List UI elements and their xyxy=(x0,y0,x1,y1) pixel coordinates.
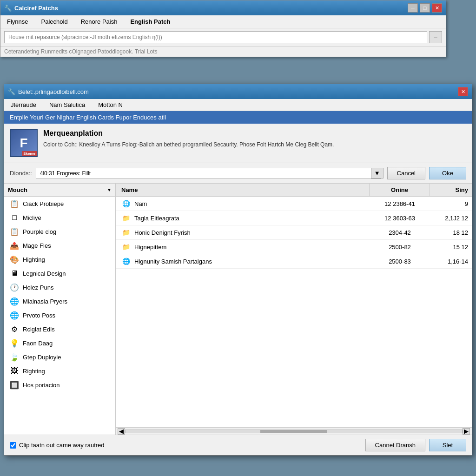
sidebar-item-legnical-label: Legnical Design xyxy=(23,270,66,277)
file-row-siny: 18 12 xyxy=(430,227,472,238)
column-header-onine: Onine xyxy=(370,184,430,196)
file-list-area: Name Onine Siny 🌐 Nam 12 2386-41 9 📁 Tag xyxy=(116,184,472,435)
sidebar-item-ciack-label: Ciack Probiepe xyxy=(23,200,64,207)
file-row-name: 📁 Hignepittem xyxy=(116,240,370,254)
sidebar-item-ciack[interactable]: 📋 Ciack Probiepe xyxy=(4,197,115,211)
scrollbar-track[interactable] xyxy=(125,430,463,433)
sidebar-item-miainasia[interactable]: 🌐 Miainasia Pryers xyxy=(4,294,115,308)
bg-minimize-button[interactable]: ─ xyxy=(408,3,418,13)
fg-close-button[interactable]: ✕ xyxy=(458,87,468,96)
file-row-onine: 2500-82 xyxy=(370,241,430,253)
sidebar-header: Mouch ▼ xyxy=(4,184,115,197)
scroll-left-button[interactable]: ◀ xyxy=(118,428,125,435)
bg-close-button[interactable]: ✕ xyxy=(432,3,442,13)
horizontal-scrollbar[interactable]: ◀ ▶ xyxy=(116,427,472,435)
file-row-siny: 15 12 xyxy=(430,241,472,253)
sidebar: Mouch ▼ 📋 Ciack Probiepe □ Micliye 📋 Pou… xyxy=(4,184,116,435)
table-row[interactable]: 📁 Hignepittem 2500-82 15 12 xyxy=(116,240,472,254)
file-row-onine: 2304-42 xyxy=(370,227,430,238)
dropdown-select[interactable]: 4l0:31 Frogrees: Fillt xyxy=(36,168,381,179)
sidebar-item-ciack-icon: 📋 xyxy=(10,199,19,208)
table-row[interactable]: 🌐 Hignunity Samish Partaigans 2500-83 1,… xyxy=(116,254,472,269)
sidebar-item-highting-label: Highting xyxy=(23,256,45,263)
sidebar-item-pourple[interactable]: 📋 Pourple clog xyxy=(4,225,115,238)
dropdown-arrow-icon[interactable]: ▼ xyxy=(371,168,383,178)
bg-menu-bar: Flynnse Palechold Renore Paish English P… xyxy=(0,15,446,28)
checkbox-area: Clip taatn out came way rautred xyxy=(10,442,362,449)
controls-label: Dionds:: xyxy=(10,170,32,177)
fg-sub-menu-jterraude[interactable]: Jterraude xyxy=(8,100,39,109)
bg-search-input[interactable] xyxy=(4,31,427,43)
column-header-siny: Siny xyxy=(430,184,472,196)
folder-icon: 📁 xyxy=(121,228,131,237)
sidebar-item-micliye-label: Micliye xyxy=(23,214,41,221)
sidebar-item-righting[interactable]: 🖼 Righting xyxy=(4,364,115,378)
sidebar-item-micliye-icon: □ xyxy=(10,213,19,222)
sidebar-item-faon-icon: 💡 xyxy=(10,338,19,348)
sidebar-item-prvoto-icon: 🌐 xyxy=(10,311,19,320)
table-row[interactable]: 📁 Tagla Eitleagrata 12 3603-63 2,1J2 12 xyxy=(116,211,472,225)
clip-checkbox[interactable] xyxy=(10,442,16,449)
sidebar-item-holez[interactable]: 🕐 Holez Puns xyxy=(4,280,115,294)
ok-button[interactable]: Oke xyxy=(429,167,466,179)
sidebar-item-holez-icon: 🕐 xyxy=(10,283,19,292)
fg-title-text: 🔧 Belet:.prlingaodloibell.com xyxy=(8,88,89,95)
fg-sub-menu-bar: Jterraude Nam Salutica Motton N xyxy=(4,99,472,111)
sidebar-item-pourple-icon: 📋 xyxy=(10,227,19,236)
app-info-text: Merqueanplation Color to Coh:: Kneslioy … xyxy=(43,129,334,157)
scroll-right-button[interactable]: ▶ xyxy=(463,428,470,435)
file-name: Hignunity Samish Partaigans xyxy=(134,258,212,265)
bg-menu-flynnse[interactable]: Flynnse xyxy=(4,17,31,26)
sidebar-item-hos[interactable]: 🔲 Hos poriacion xyxy=(4,378,115,392)
bottom-ok-button[interactable]: Slet xyxy=(429,439,466,451)
sidebar-item-legnical-icon: 🖥 xyxy=(10,269,19,278)
bg-maximize-button[interactable]: □ xyxy=(420,3,430,13)
sidebar-item-mage[interactable]: 📤 Mage Fles xyxy=(4,238,115,252)
sidebar-item-prvoto[interactable]: 🌐 Prvoto Poss xyxy=(4,308,115,322)
bg-title-bar: 🔧 Calciref Patchs ─ □ ✕ xyxy=(0,0,446,15)
bg-search-button[interactable]: – xyxy=(429,31,442,43)
checkbox-label: Clip taatn out came way rautred xyxy=(19,442,105,449)
sidebar-item-micliye[interactable]: □ Micliye xyxy=(4,211,115,225)
app-icon: F Skeme xyxy=(10,129,38,157)
sidebar-dropdown-icon[interactable]: ▼ xyxy=(107,187,112,192)
fg-window-title: Belet:.prlingaodloibell.com xyxy=(18,88,89,95)
fg-sub-menu-nam[interactable]: Nam Salutica xyxy=(46,100,88,109)
file-row-siny: 9 xyxy=(430,198,472,210)
app-name: Merqueanplation xyxy=(43,129,334,138)
file-list-header: Name Onine Siny xyxy=(116,184,472,197)
file-row-onine: 2500-83 xyxy=(370,256,430,267)
main-content: Mouch ▼ 📋 Ciack Probiepe □ Micliye 📋 Pou… xyxy=(4,184,472,435)
sidebar-item-gtep[interactable]: 🍃 Gtep Duployie xyxy=(4,350,115,364)
table-row[interactable]: 📁 Honic Denignt Fyrish 2304-42 18 12 xyxy=(116,225,472,240)
sidebar-item-righting-label: Righting xyxy=(23,368,45,375)
sidebar-item-miainasia-label: Miainasia Pryers xyxy=(23,298,67,305)
bg-menu-palechold[interactable]: Palechold xyxy=(39,17,71,26)
bg-menu-english-patch[interactable]: English Patch xyxy=(127,17,173,26)
sidebar-item-rcigiat[interactable]: ⚙ Rcigiat Edls xyxy=(4,322,115,336)
scrollbar-thumb[interactable] xyxy=(260,430,328,433)
highlighted-header: Entplie Youri Ger Nighar English Cards F… xyxy=(4,111,472,124)
file-row-name: 📁 Honic Denignt Fyrish xyxy=(116,225,370,239)
sidebar-item-gtep-icon: 🍃 xyxy=(10,352,19,362)
fg-sub-menu-motton[interactable]: Motton N xyxy=(95,100,126,109)
sidebar-item-faon-label: Faon Daag xyxy=(23,340,53,347)
file-name: Nam xyxy=(134,200,147,207)
table-row[interactable]: 🌐 Nam 12 2386-41 9 xyxy=(116,197,472,211)
folder-icon: 📁 xyxy=(121,213,131,223)
sidebar-header-text: Mouch xyxy=(8,186,107,193)
sidebar-item-legnical[interactable]: 🖥 Legnical Design xyxy=(4,266,115,280)
sidebar-item-highting-icon: 🎨 xyxy=(10,255,19,264)
sidebar-item-hos-label: Hos poriacion xyxy=(23,382,60,389)
bg-menu-renore[interactable]: Renore Paish xyxy=(78,17,120,26)
app-icon-letter: F xyxy=(20,136,27,151)
sidebar-item-faon[interactable]: 💡 Faon Daag xyxy=(4,336,115,350)
bottom-cancel-button[interactable]: Cannet Dransh xyxy=(365,439,425,451)
sidebar-item-highting[interactable]: 🎨 Highting xyxy=(4,252,115,266)
sidebar-item-pourple-label: Pourple clog xyxy=(23,228,56,235)
foreground-dialog: 🔧 Belet:.prlingaodloibell.com ✕ Jterraud… xyxy=(4,84,472,456)
sidebar-item-hos-icon: 🔲 xyxy=(10,380,19,390)
fg-title-bar: 🔧 Belet:.prlingaodloibell.com ✕ xyxy=(4,84,472,99)
bg-blurry-row: Ceterandeting Runmedits cOignaged Patodd… xyxy=(0,46,446,57)
cancel-button[interactable]: Cancel xyxy=(387,167,425,179)
